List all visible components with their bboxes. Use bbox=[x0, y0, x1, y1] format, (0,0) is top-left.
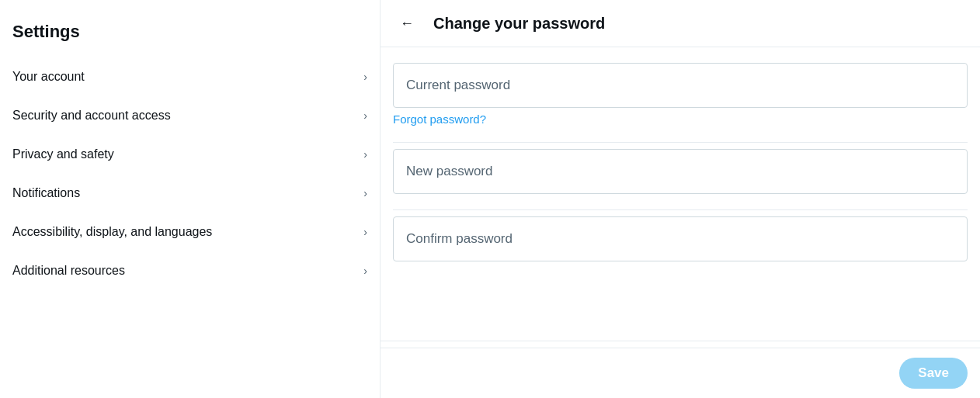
sidebar-item-additional-resources[interactable]: Additional resources › bbox=[0, 251, 380, 290]
confirm-password-input[interactable] bbox=[393, 216, 968, 261]
chevron-right-icon: › bbox=[363, 187, 367, 199]
sidebar-item-notifications[interactable]: Notifications › bbox=[0, 174, 380, 213]
chevron-right-icon: › bbox=[363, 265, 367, 277]
sidebar-item-privacy-safety[interactable]: Privacy and safety › bbox=[0, 135, 380, 174]
current-password-input[interactable] bbox=[393, 63, 968, 108]
sidebar-item-label: Notifications bbox=[12, 186, 80, 200]
save-button[interactable]: Save bbox=[899, 358, 968, 389]
sidebar-item-security-account-access[interactable]: Security and account access › bbox=[0, 96, 380, 135]
main-content: ← Change your password Forgot password? … bbox=[381, 0, 980, 398]
footer-divider bbox=[381, 341, 980, 341]
main-header: ← Change your password bbox=[381, 0, 980, 47]
sidebar-item-label: Security and account access bbox=[12, 109, 171, 123]
sidebar-title: Settings bbox=[0, 12, 380, 57]
page-title: Change your password bbox=[433, 15, 605, 33]
confirm-password-group bbox=[393, 216, 968, 261]
divider bbox=[393, 142, 968, 143]
chevron-right-icon: › bbox=[363, 226, 367, 238]
new-password-input[interactable] bbox=[393, 149, 968, 194]
chevron-right-icon: › bbox=[363, 109, 367, 122]
current-password-group: Forgot password? bbox=[393, 63, 968, 126]
forgot-password-link[interactable]: Forgot password? bbox=[393, 112, 486, 126]
sidebar-item-your-account[interactable]: Your account › bbox=[0, 57, 380, 96]
sidebar-item-label: Accessibility, display, and languages bbox=[12, 225, 212, 239]
sidebar-item-accessibility-display-languages[interactable]: Accessibility, display, and languages › bbox=[0, 213, 380, 251]
divider bbox=[393, 209, 968, 210]
sidebar-item-label: Additional resources bbox=[12, 264, 125, 278]
back-button[interactable]: ← bbox=[393, 9, 421, 37]
chevron-right-icon: › bbox=[363, 71, 367, 83]
chevron-right-icon: › bbox=[363, 148, 367, 161]
sidebar: Settings Your account › Security and acc… bbox=[0, 0, 381, 398]
bottom-wrapper: Save bbox=[381, 334, 980, 398]
new-password-group bbox=[393, 149, 968, 194]
sidebar-item-label: Privacy and safety bbox=[12, 147, 114, 161]
sidebar-item-label: Your account bbox=[12, 70, 85, 84]
change-password-form: Forgot password? bbox=[381, 47, 980, 286]
save-area: Save bbox=[381, 348, 980, 398]
